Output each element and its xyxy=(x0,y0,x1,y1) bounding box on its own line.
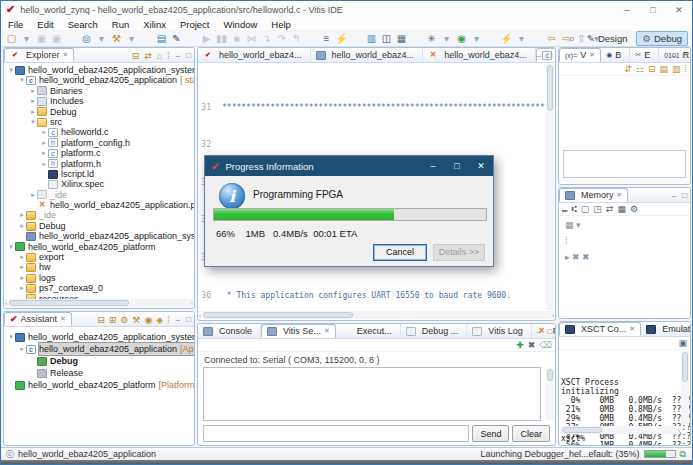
editor-vscrollbar[interactable] xyxy=(546,64,554,310)
tab-explorer[interactable]: Explorer ✕ xyxy=(4,48,74,62)
clear-button[interactable]: Clear xyxy=(512,425,550,442)
toolbar-button[interactable]: ▶ xyxy=(199,31,214,46)
variables-toolbar-icon[interactable]: ⁞ xyxy=(684,64,687,74)
menu-item[interactable]: Window xyxy=(217,19,265,30)
expander-icon[interactable]: ▸ xyxy=(40,148,48,158)
xsct-prompt[interactable]: xsct% xyxy=(561,434,585,443)
explorer-toolbar-icon[interactable]: ⇄ xyxy=(144,51,152,61)
assistant-toolbar-icon[interactable]: ⚙ xyxy=(120,315,128,325)
tree-item[interactable]: ▾ hello_world_ebaz4205_application_syste… xyxy=(4,331,194,343)
editor-tab[interactable]: hello_world_ebaz4... xyxy=(423,48,536,62)
toolbar-button[interactable]: ✳ xyxy=(424,31,439,46)
tree-item[interactable]: ▾ hello_world_ebaz4205_application[ stan… xyxy=(4,75,194,85)
toolbar-button[interactable]: ◎ xyxy=(79,31,94,46)
tree-item[interactable]: ▸ hello_world_ebaz4205_application[Appli… xyxy=(4,343,194,355)
memory-toolbar-icon[interactable]: ⚙ xyxy=(630,204,638,214)
console-tab[interactable]: Vitis Log xyxy=(467,324,531,338)
cancel-button[interactable]: Cancel xyxy=(373,244,427,261)
tree-item[interactable]: ▸ _ide xyxy=(4,210,194,220)
maximize-panel-icon[interactable]: □ xyxy=(186,315,191,324)
maximize-icon[interactable]: □ xyxy=(640,5,666,15)
toolbar-button[interactable]: ⚡ xyxy=(334,31,349,46)
assistant-toolbar-icon[interactable]: ◈ xyxy=(156,315,163,325)
toolbar-button[interactable]: ↰ xyxy=(289,31,304,46)
expander-icon[interactable]: ▾ xyxy=(18,75,26,85)
console-tab[interactable]: Debug ... xyxy=(401,324,468,338)
toolbar-button[interactable]: ▥ xyxy=(364,31,379,46)
minimize-panel-icon[interactable]: – xyxy=(672,191,676,200)
expander-icon[interactable]: ▾ xyxy=(7,242,15,252)
dialog-minimize-icon[interactable]: – xyxy=(421,161,445,171)
assistant-toolbar-icon[interactable]: ⚒ xyxy=(132,315,140,325)
tree-item[interactable]: ▸ logs xyxy=(4,273,194,283)
toolbar-button[interactable]: ▦ xyxy=(394,31,409,46)
toolbar-button[interactable]: ▢ xyxy=(4,31,19,46)
close-tab-icon[interactable]: ✕ xyxy=(629,325,635,333)
memory-toolbar-icon[interactable]: ⑉ xyxy=(562,204,567,214)
maximize-panel-icon[interactable]: □ xyxy=(547,51,552,60)
variables-toolbar-icon[interactable]: ▤ xyxy=(659,64,668,74)
expander-icon[interactable]: ▾ xyxy=(29,117,37,127)
terminal-send-input[interactable] xyxy=(203,425,469,442)
debug-view-tab[interactable]: (x)= V ✕ xyxy=(559,48,601,62)
expander-icon[interactable]: ▾ xyxy=(7,65,15,75)
expander-icon[interactable]: ▸ xyxy=(18,262,26,272)
memory-toolbar-icon[interactable]: ⑆ xyxy=(571,204,576,214)
tree-item[interactable]: ▸ Debug xyxy=(4,107,194,117)
terminal-toolbar-icon[interactable]: ✚ xyxy=(516,340,524,350)
minimize-panel-icon[interactable]: – xyxy=(537,327,541,336)
tab-assistant[interactable]: ✔ Assistant ✕ xyxy=(4,312,72,326)
tree-item[interactable]: ▸ platform.h xyxy=(4,159,194,169)
dialog-close-icon[interactable]: ✕ xyxy=(469,161,493,171)
memory-body-icon[interactable]: ⁞ xyxy=(565,236,684,246)
toolbar-button[interactable] xyxy=(349,31,364,46)
memory-body-icon[interactable]: ▸ ✖ ✖ xyxy=(565,252,684,262)
code-line[interactable]: 31 *************************************… xyxy=(198,103,555,112)
tab-memory[interactable]: Memory ✕ xyxy=(559,188,628,202)
variables-toolbar-icon[interactable]: ⚏ xyxy=(636,64,644,74)
toolbar-button[interactable]: ▾ xyxy=(124,31,139,46)
minimize-icon[interactable]: – xyxy=(614,5,640,15)
design-perspective-button[interactable]: ✎ Design xyxy=(582,32,633,45)
toolbar-button[interactable]: ▤ xyxy=(154,31,169,46)
toolbar-button[interactable]: ◫ xyxy=(379,31,394,46)
toolbar-button[interactable]: ▾ xyxy=(94,31,109,46)
fold-icon[interactable] xyxy=(214,103,222,112)
toolbar-button[interactable] xyxy=(64,31,79,46)
minimize-panel-icon[interactable]: – xyxy=(672,325,676,334)
terminal-toolbar-icon[interactable]: ⌫ xyxy=(539,340,552,350)
memory-toolbar-icon[interactable]: ⇄ xyxy=(606,204,614,214)
toolbar-button[interactable]: ◉ xyxy=(454,31,469,46)
tree-item[interactable]: ▸ export xyxy=(4,252,194,262)
explorer-hscrollbar[interactable]: ‹› xyxy=(5,299,193,307)
variable-detail-pane[interactable] xyxy=(563,150,686,178)
expander-icon[interactable]: ▸ xyxy=(18,343,26,355)
memory-toolbar-icon[interactable]: ◳ xyxy=(593,204,602,214)
menu-item[interactable]: Search xyxy=(61,19,105,30)
xsct-tab[interactable]: XSCT Co... ✕ xyxy=(559,322,641,336)
terminal-vscrollbar[interactable] xyxy=(546,368,554,420)
toolbar-button[interactable] xyxy=(139,31,154,46)
memory-toolbar-icon[interactable]: ▢ xyxy=(581,204,590,214)
console-tab[interactable]: Execut... xyxy=(336,324,401,338)
search-icon[interactable]: ⌕ xyxy=(569,32,575,45)
minimize-panel-icon[interactable]: – xyxy=(672,51,676,60)
tree-item[interactable]: ▸ Debug xyxy=(4,221,194,231)
toolbar-button[interactable]: ■ xyxy=(229,31,244,46)
tree-item[interactable]: hello_world_ebaz4205_application.prj xyxy=(4,200,194,210)
toolbar-button[interactable]: ▾ xyxy=(439,31,454,46)
expander-icon[interactable]: ▸ xyxy=(40,127,48,137)
toolbar-button[interactable]: ▣ xyxy=(49,31,64,46)
toolbar-button[interactable]: ▾ xyxy=(514,31,529,46)
tree-item[interactable]: ▸ helloworld.c xyxy=(4,127,194,137)
memory-toolbar-icon[interactable]: ▦ xyxy=(617,204,626,214)
tree-item[interactable]: ▸ platform.c xyxy=(4,148,194,158)
dialog-maximize-icon[interactable]: □ xyxy=(445,161,469,171)
code-line[interactable]: 32 xyxy=(198,140,555,149)
maximize-panel-icon[interactable]: □ xyxy=(186,51,191,60)
background-jobs-icon[interactable]: ⧉ xyxy=(680,449,686,460)
maximize-panel-icon[interactable]: □ xyxy=(682,191,687,200)
pin-console-icon[interactable]: ▣ xyxy=(678,338,687,348)
editor-hscrollbar[interactable]: ‹› xyxy=(199,311,554,319)
close-tab-icon[interactable]: ✕ xyxy=(324,327,330,335)
